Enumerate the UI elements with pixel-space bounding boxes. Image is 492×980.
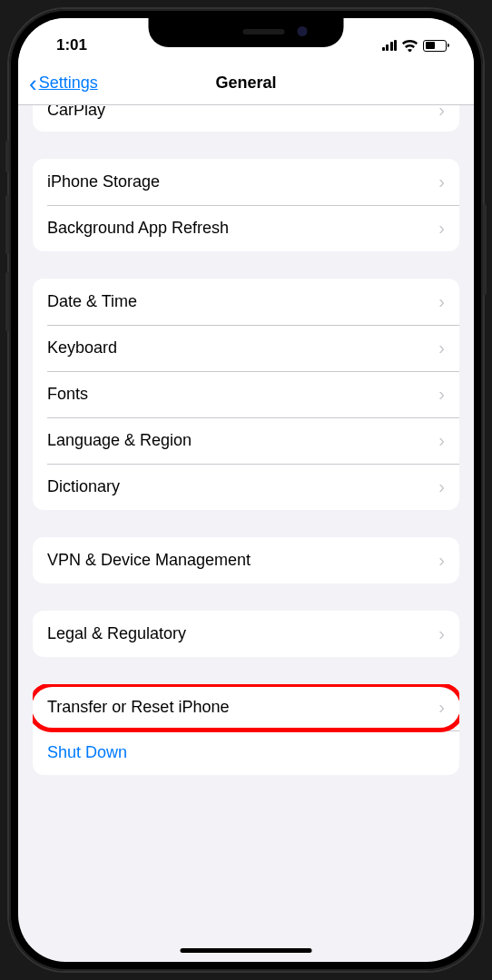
settings-section: iPhone Storage›Background App Refresh› [33,159,459,251]
chevron-right-icon: › [438,218,445,239]
chevron-right-icon: › [438,476,445,497]
row-label: Date & Time [47,292,137,311]
chevron-left-icon: ‹ [29,72,37,95]
notch [149,18,344,47]
nav-bar: ‹ Settings General [18,62,474,105]
chevron-right-icon: › [438,105,445,121]
row-label: Dictionary [47,477,120,496]
chevron-right-icon: › [438,550,445,571]
settings-section: CarPlay› [33,105,459,132]
back-button[interactable]: ‹ Settings [29,72,98,95]
home-indicator[interactable] [181,948,312,953]
back-label: Settings [39,74,98,93]
phone-screen: 1:01 ‹ Settings General CarPlay›iPhone S… [18,18,474,962]
battery-icon [423,40,447,52]
row-language-region[interactable]: Language & Region› [33,417,459,464]
status-time: 1:01 [56,36,87,54]
cellular-signal-icon [382,40,398,51]
row-label: Fonts [47,385,88,404]
status-icons [382,40,448,52]
side-button-right [483,204,487,295]
row-date-time[interactable]: Date & Time› [33,279,459,325]
row-dictionary[interactable]: Dictionary› [33,464,459,510]
row-label: Keyboard [47,338,117,358]
row-label: VPN & Device Management [47,551,251,570]
row-label: Shut Down [47,743,127,762]
row-label: Background App Refresh [47,219,229,238]
row-label: Legal & Regulatory [47,624,186,643]
row-background-refresh[interactable]: Background App Refresh› [33,205,459,251]
row-legal[interactable]: Legal & Regulatory› [33,611,459,657]
settings-section: Transfer or Reset iPhone›Shut Down [33,684,459,775]
row-fonts[interactable]: Fonts› [33,371,459,417]
chevron-right-icon: › [438,172,445,192]
content-scroll[interactable]: CarPlay›iPhone Storage›Background App Re… [18,105,474,962]
chevron-right-icon: › [438,291,445,312]
wifi-icon [402,40,418,52]
page-title: General [215,74,276,93]
row-label: iPhone Storage [47,172,160,191]
settings-section: Legal & Regulatory› [33,611,459,657]
chevron-right-icon: › [438,623,445,644]
row-label: Language & Region [47,431,192,450]
phone-frame: 1:01 ‹ Settings General CarPlay›iPhone S… [9,9,483,971]
chevron-right-icon: › [438,384,445,405]
row-label: Transfer or Reset iPhone [47,698,229,717]
row-transfer-reset[interactable]: Transfer or Reset iPhone› [33,684,459,730]
chevron-right-icon: › [438,697,445,718]
row-keyboard[interactable]: Keyboard› [33,325,459,371]
row-vpn-device[interactable]: VPN & Device Management› [33,537,459,583]
settings-section: Date & Time›Keyboard›Fonts›Language & Re… [33,279,459,510]
row-iphone-storage[interactable]: iPhone Storage› [33,159,459,205]
row-shutdown[interactable]: Shut Down [33,730,459,775]
chevron-right-icon: › [438,338,445,358]
chevron-right-icon: › [438,430,445,451]
row-carplay[interactable]: CarPlay› [33,105,459,132]
row-label: CarPlay [47,105,105,120]
settings-section: VPN & Device Management› [33,537,459,583]
side-buttons-left [5,141,9,349]
